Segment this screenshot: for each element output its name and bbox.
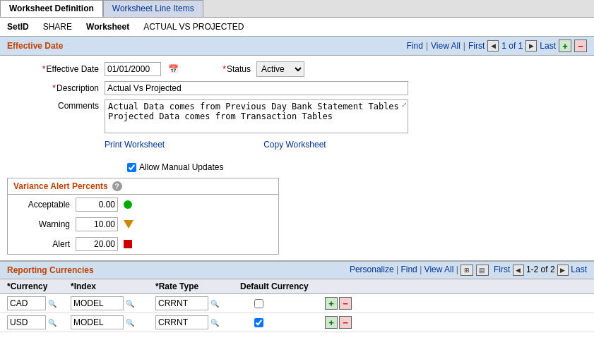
copy-worksheet-link[interactable]: Copy Worksheet xyxy=(263,140,326,150)
prev-btn[interactable]: ◀ xyxy=(487,40,499,51)
allow-manual-updates-row: Allow Manual Updates xyxy=(127,162,594,172)
comments-label: Comments xyxy=(14,99,99,111)
table-row: 🔍 🔍 🔍 + − xyxy=(0,294,594,313)
cell-default-2 xyxy=(240,318,325,327)
effective-date-input[interactable] xyxy=(105,62,161,76)
reporting-page-info: 1-2 of 2 xyxy=(526,265,555,274)
currency-input-2[interactable] xyxy=(7,315,46,329)
setid-label: SetID xyxy=(7,22,29,32)
description-input[interactable] xyxy=(105,81,408,95)
currency-lookup-2[interactable]: 🔍 xyxy=(47,317,57,327)
ratetype-lookup-1[interactable]: 🔍 xyxy=(210,298,220,308)
description-row: Description xyxy=(14,81,580,95)
acceptable-input[interactable] xyxy=(76,198,118,212)
effective-date-title: Effective Date xyxy=(7,41,63,51)
index-lookup-2[interactable]: 🔍 xyxy=(125,317,135,327)
col-header-ratetype: *Rate Type xyxy=(155,281,240,291)
cell-ratetype-1: 🔍 xyxy=(155,296,240,310)
alert-row: Alert xyxy=(8,234,278,254)
print-worksheet-link[interactable]: Print Worksheet xyxy=(105,140,165,150)
default-checkbox-1[interactable] xyxy=(254,299,263,308)
status-select[interactable]: Active Inactive xyxy=(256,61,304,77)
warning-label: Warning xyxy=(13,219,70,229)
cell-currency-2: 🔍 xyxy=(7,315,71,329)
tab-worksheet-definition[interactable]: Worksheet Definition xyxy=(0,0,103,17)
add-row-2-btn[interactable]: + xyxy=(325,316,338,329)
cell-ratetype-2: 🔍 xyxy=(155,315,240,329)
ratetype-lookup-2[interactable]: 🔍 xyxy=(210,317,220,327)
tab-bar: Worksheet Definition Worksheet Line Item… xyxy=(0,0,594,18)
col-header-index: *Index xyxy=(71,281,155,291)
index-input-2[interactable] xyxy=(71,315,124,329)
effective-date-label: Effective Date xyxy=(14,64,99,74)
variance-section: Variance Alert Percents ? Acceptable War… xyxy=(7,178,279,255)
reporting-grid-icon[interactable]: ⊞ xyxy=(461,265,473,276)
warning-input[interactable] xyxy=(76,217,118,231)
cell-index-1: 🔍 xyxy=(71,296,155,310)
cell-actions-1: + − xyxy=(325,297,360,310)
col-header-default: Default Currency xyxy=(240,281,325,291)
worksheet-value: ACTUAL VS PROJECTED xyxy=(143,22,244,32)
remove-row-btn[interactable]: − xyxy=(574,40,587,52)
acceptable-indicator xyxy=(124,200,132,209)
setid-value: SHARE xyxy=(43,22,72,32)
reporting-chart-icon[interactable]: ▤ xyxy=(476,265,489,276)
personalize-link[interactable]: Personalize xyxy=(350,265,394,274)
reporting-view-all-link[interactable]: View All xyxy=(424,265,454,274)
first-link[interactable]: First xyxy=(468,41,485,51)
comments-textarea[interactable] xyxy=(105,99,408,133)
reporting-find-link[interactable]: Find xyxy=(400,265,417,274)
col-header-currency: *Currency xyxy=(7,281,71,291)
allow-manual-updates-label: Allow Manual Updates xyxy=(139,162,223,172)
effective-date-row: Effective Date 📅 Status Active Inactive xyxy=(14,61,580,77)
currency-input-1[interactable] xyxy=(7,296,46,310)
reporting-title: Reporting Currencies xyxy=(7,265,94,275)
reporting-header: Reporting Currencies Personalize | Find … xyxy=(0,262,594,279)
effective-date-nav: Find | View All | First ◀ 1 of 1 ▶ Last … xyxy=(407,40,587,52)
ratetype-input-2[interactable] xyxy=(155,315,208,329)
acceptable-label: Acceptable xyxy=(13,200,70,210)
add-row-1-btn[interactable]: + xyxy=(325,297,338,310)
cell-default-1 xyxy=(240,299,325,308)
last-link[interactable]: Last xyxy=(540,41,556,51)
expand-icon[interactable]: ⤢ xyxy=(401,101,407,109)
currency-lookup-1[interactable]: 🔍 xyxy=(47,298,57,308)
description-label: Description xyxy=(14,83,99,93)
cell-index-2: 🔍 xyxy=(71,315,155,329)
next-btn[interactable]: ▶ xyxy=(525,40,537,51)
alert-indicator xyxy=(124,240,132,248)
warning-indicator xyxy=(124,220,133,229)
view-all-link[interactable]: View All xyxy=(431,41,461,51)
ratetype-input-1[interactable] xyxy=(155,296,208,310)
reporting-nav: Personalize | Find | View All | ⊞ ▤ Firs… xyxy=(350,265,587,276)
variance-header: Variance Alert Percents ? xyxy=(8,178,278,195)
form-section: Effective Date 📅 Status Active Inactive … xyxy=(0,56,594,159)
reporting-next-btn[interactable]: ▶ xyxy=(557,265,569,276)
remove-row-2-btn[interactable]: − xyxy=(339,316,352,329)
add-row-btn[interactable]: + xyxy=(559,40,571,52)
acceptable-row: Acceptable xyxy=(8,195,278,214)
variance-title: Variance Alert Percents xyxy=(13,181,108,191)
allow-manual-updates-checkbox[interactable] xyxy=(127,163,136,172)
remove-row-1-btn[interactable]: − xyxy=(339,297,352,310)
default-checkbox-2[interactable] xyxy=(254,318,263,327)
alert-label: Alert xyxy=(13,239,70,249)
index-lookup-1[interactable]: 🔍 xyxy=(125,298,135,308)
reporting-prev-btn[interactable]: ◀ xyxy=(513,265,524,276)
find-link[interactable]: Find xyxy=(407,41,423,51)
index-input-1[interactable] xyxy=(71,296,124,310)
worksheet-label: Worksheet xyxy=(86,22,129,32)
reporting-first-link[interactable]: First xyxy=(494,265,510,274)
calendar-icon[interactable]: 📅 xyxy=(167,63,179,75)
cell-actions-2: + − xyxy=(325,316,360,329)
page-info: 1 of 1 xyxy=(501,41,523,51)
table-header: *Currency *Index *Rate Type Default Curr… xyxy=(0,279,594,294)
alert-input[interactable] xyxy=(76,237,118,251)
tab-worksheet-line-items[interactable]: Worksheet Line Items xyxy=(103,0,203,17)
reporting-last-link[interactable]: Last xyxy=(571,265,587,274)
effective-date-section-header: Effective Date Find | View All | First ◀… xyxy=(0,36,594,56)
table-row: 🔍 🔍 🔍 + − xyxy=(0,313,594,332)
cell-currency-1: 🔍 xyxy=(7,296,71,310)
help-icon[interactable]: ? xyxy=(112,181,122,191)
warning-row: Warning xyxy=(8,214,278,234)
